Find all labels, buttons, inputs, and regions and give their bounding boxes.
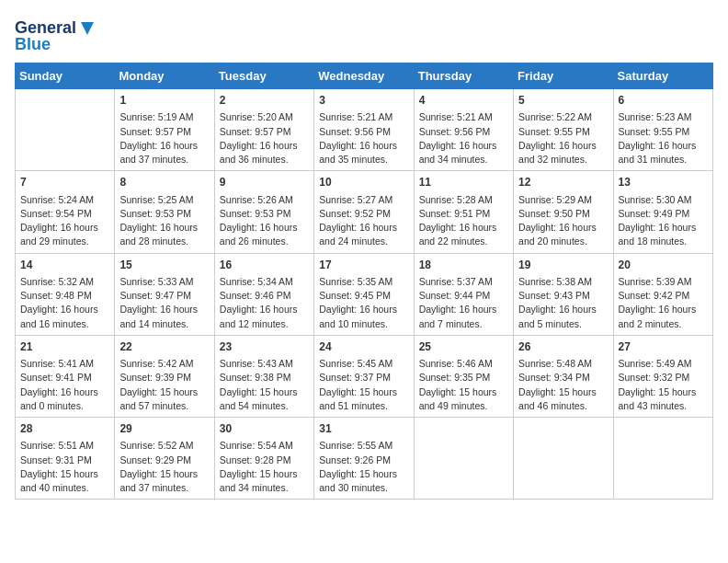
cell-content: Sunrise: 5:22 AMSunset: 9:55 PMDaylight:…	[518, 110, 608, 167]
day-number: 30	[220, 421, 309, 437]
svg-marker-2	[81, 22, 94, 35]
day-number: 4	[419, 93, 508, 109]
weekday-friday: Friday	[514, 63, 613, 89]
cell-content: Sunrise: 5:21 AMSunset: 9:56 PMDaylight:…	[419, 110, 508, 167]
logo: General Blue	[15, 15, 97, 55]
week-row-1: 1Sunrise: 5:19 AMSunset: 9:57 PMDaylight…	[16, 89, 713, 171]
calendar-cell: 5Sunrise: 5:22 AMSunset: 9:55 PMDaylight…	[514, 89, 613, 171]
day-number: 11	[419, 175, 508, 190]
calendar-cell: 8Sunrise: 5:25 AMSunset: 9:53 PMDaylight…	[115, 171, 214, 253]
calendar-cell: 7Sunrise: 5:24 AMSunset: 9:54 PMDaylight…	[16, 171, 115, 253]
calendar-cell: 25Sunrise: 5:46 AMSunset: 9:35 PMDayligh…	[414, 335, 513, 417]
day-number: 16	[220, 258, 309, 273]
week-row-2: 7Sunrise: 5:24 AMSunset: 9:54 PMDaylight…	[16, 171, 713, 253]
cell-content: Sunrise: 5:21 AMSunset: 9:56 PMDaylight:…	[319, 110, 408, 167]
calendar-cell: 10Sunrise: 5:27 AMSunset: 9:52 PMDayligh…	[314, 171, 414, 253]
calendar-cell: 3Sunrise: 5:21 AMSunset: 9:56 PMDaylight…	[314, 89, 414, 171]
cell-content: Sunrise: 5:32 AMSunset: 9:48 PMDaylight:…	[20, 275, 109, 331]
cell-content: Sunrise: 5:54 AMSunset: 9:28 PMDaylight:…	[220, 439, 309, 495]
day-number: 23	[220, 339, 309, 355]
week-row-3: 14Sunrise: 5:32 AMSunset: 9:48 PMDayligh…	[16, 253, 713, 335]
calendar-cell: 13Sunrise: 5:30 AMSunset: 9:49 PMDayligh…	[613, 171, 712, 253]
calendar-cell: 4Sunrise: 5:21 AMSunset: 9:56 PMDaylight…	[414, 89, 513, 171]
calendar-cell	[514, 418, 613, 500]
weekday-tuesday: Tuesday	[214, 63, 313, 89]
cell-content: Sunrise: 5:49 AMSunset: 9:32 PMDaylight:…	[619, 357, 708, 413]
cell-content: Sunrise: 5:30 AMSunset: 9:49 PMDaylight:…	[619, 193, 708, 249]
day-number: 24	[319, 339, 408, 355]
cell-content: Sunrise: 5:27 AMSunset: 9:52 PMDaylight:…	[319, 193, 408, 249]
calendar-cell: 28Sunrise: 5:51 AMSunset: 9:31 PMDayligh…	[16, 418, 115, 500]
cell-content: Sunrise: 5:48 AMSunset: 9:34 PMDaylight:…	[518, 357, 608, 413]
day-number: 3	[319, 93, 408, 109]
day-number: 6	[619, 93, 708, 109]
day-number: 15	[119, 258, 209, 273]
day-number: 8	[119, 175, 209, 190]
calendar-cell: 23Sunrise: 5:43 AMSunset: 9:38 PMDayligh…	[214, 335, 313, 417]
cell-content: Sunrise: 5:55 AMSunset: 9:26 PMDaylight:…	[319, 439, 408, 495]
calendar-cell: 21Sunrise: 5:41 AMSunset: 9:41 PMDayligh…	[16, 335, 115, 417]
weekday-monday: Monday	[115, 63, 214, 89]
day-number: 12	[518, 175, 608, 190]
day-number: 7	[20, 175, 109, 190]
weekday-sunday: Sunday	[16, 63, 115, 89]
cell-content: Sunrise: 5:25 AMSunset: 9:53 PMDaylight:…	[119, 193, 209, 249]
calendar-cell: 22Sunrise: 5:42 AMSunset: 9:39 PMDayligh…	[115, 335, 214, 417]
day-number: 26	[518, 339, 608, 355]
cell-content: Sunrise: 5:39 AMSunset: 9:42 PMDaylight:…	[619, 275, 708, 331]
calendar-cell	[16, 89, 115, 171]
cell-content: Sunrise: 5:33 AMSunset: 9:47 PMDaylight:…	[119, 275, 209, 331]
day-number: 19	[518, 258, 608, 273]
cell-content: Sunrise: 5:35 AMSunset: 9:45 PMDaylight:…	[319, 275, 408, 331]
day-number: 28	[20, 421, 109, 437]
weekday-saturday: Saturday	[613, 63, 712, 89]
cell-content: Sunrise: 5:51 AMSunset: 9:31 PMDaylight:…	[20, 439, 109, 495]
cell-content: Sunrise: 5:34 AMSunset: 9:46 PMDaylight:…	[220, 275, 309, 331]
logo-svg: General Blue	[15, 15, 97, 55]
cell-content: Sunrise: 5:43 AMSunset: 9:38 PMDaylight:…	[220, 357, 309, 413]
cell-content: Sunrise: 5:23 AMSunset: 9:55 PMDaylight:…	[619, 110, 708, 167]
cell-content: Sunrise: 5:26 AMSunset: 9:53 PMDaylight:…	[220, 193, 309, 249]
calendar-cell: 14Sunrise: 5:32 AMSunset: 9:48 PMDayligh…	[16, 253, 115, 335]
cell-content: Sunrise: 5:20 AMSunset: 9:57 PMDaylight:…	[220, 110, 309, 167]
calendar-cell	[613, 418, 712, 500]
day-number: 20	[619, 258, 708, 273]
calendar-cell: 17Sunrise: 5:35 AMSunset: 9:45 PMDayligh…	[314, 253, 414, 335]
calendar-cell: 6Sunrise: 5:23 AMSunset: 9:55 PMDaylight…	[613, 89, 712, 171]
day-number: 14	[20, 258, 109, 273]
cell-content: Sunrise: 5:38 AMSunset: 9:43 PMDaylight:…	[518, 275, 608, 331]
day-number: 13	[619, 175, 708, 190]
calendar-cell: 9Sunrise: 5:26 AMSunset: 9:53 PMDaylight…	[214, 171, 313, 253]
day-number: 2	[220, 93, 309, 109]
calendar-cell: 15Sunrise: 5:33 AMSunset: 9:47 PMDayligh…	[115, 253, 214, 335]
cell-content: Sunrise: 5:42 AMSunset: 9:39 PMDaylight:…	[119, 357, 209, 413]
day-number: 9	[220, 175, 309, 190]
calendar-cell: 11Sunrise: 5:28 AMSunset: 9:51 PMDayligh…	[414, 171, 513, 253]
calendar-cell: 30Sunrise: 5:54 AMSunset: 9:28 PMDayligh…	[214, 418, 313, 500]
day-number: 29	[119, 421, 209, 437]
day-number: 22	[119, 339, 209, 355]
calendar-cell: 2Sunrise: 5:20 AMSunset: 9:57 PMDaylight…	[214, 89, 313, 171]
calendar-cell: 24Sunrise: 5:45 AMSunset: 9:37 PMDayligh…	[314, 335, 414, 417]
cell-content: Sunrise: 5:19 AMSunset: 9:57 PMDaylight:…	[119, 110, 209, 167]
week-row-4: 21Sunrise: 5:41 AMSunset: 9:41 PMDayligh…	[16, 335, 713, 417]
calendar-cell	[414, 418, 513, 500]
svg-text:Blue: Blue	[15, 35, 51, 53]
calendar-table: SundayMondayTuesdayWednesdayThursdayFrid…	[15, 63, 713, 500]
day-number: 5	[518, 93, 608, 109]
calendar-cell: 31Sunrise: 5:55 AMSunset: 9:26 PMDayligh…	[314, 418, 414, 500]
day-number: 1	[119, 93, 209, 109]
cell-content: Sunrise: 5:41 AMSunset: 9:41 PMDaylight:…	[20, 357, 109, 413]
day-number: 25	[419, 339, 508, 355]
calendar-cell: 29Sunrise: 5:52 AMSunset: 9:29 PMDayligh…	[115, 418, 214, 500]
calendar-cell: 27Sunrise: 5:49 AMSunset: 9:32 PMDayligh…	[613, 335, 712, 417]
weekday-wednesday: Wednesday	[314, 63, 414, 89]
day-number: 31	[319, 421, 408, 437]
cell-content: Sunrise: 5:52 AMSunset: 9:29 PMDaylight:…	[119, 439, 209, 495]
week-row-5: 28Sunrise: 5:51 AMSunset: 9:31 PMDayligh…	[16, 418, 713, 500]
day-number: 18	[419, 258, 508, 273]
weekday-header-row: SundayMondayTuesdayWednesdayThursdayFrid…	[16, 63, 713, 89]
svg-text:General: General	[15, 18, 76, 37]
day-number: 17	[319, 258, 408, 273]
cell-content: Sunrise: 5:24 AMSunset: 9:54 PMDaylight:…	[20, 193, 109, 249]
